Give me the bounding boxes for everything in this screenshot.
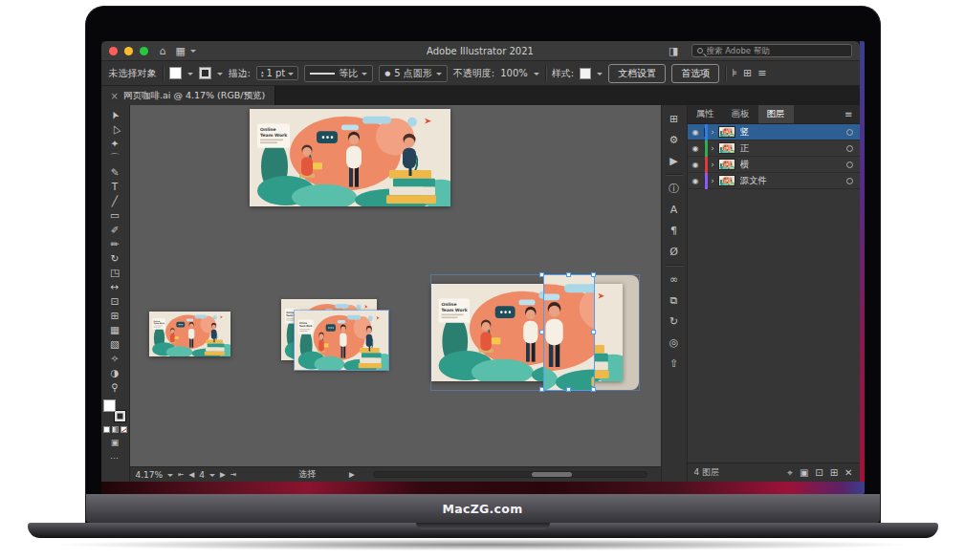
lasso-tool[interactable]: ⌒ bbox=[103, 151, 126, 165]
tab-layers[interactable]: 图层 bbox=[758, 105, 794, 123]
selection-handle[interactable] bbox=[591, 330, 596, 334]
toolbar-overflow-icon[interactable]: … bbox=[110, 451, 120, 461]
scale-tool[interactable]: ◳ bbox=[103, 266, 126, 280]
pencil-tool[interactable]: ✏ bbox=[103, 237, 126, 251]
artboard-3-front-panel[interactable] bbox=[295, 311, 388, 370]
visibility-eye-icon[interactable]: ◉ bbox=[688, 144, 705, 153]
selection-handle[interactable] bbox=[539, 330, 544, 334]
zoom-tool[interactable]: ⚲ bbox=[103, 380, 126, 395]
stroke-caret-icon[interactable] bbox=[217, 73, 223, 78]
fill-stroke-indicator[interactable] bbox=[103, 399, 126, 422]
artboard-3[interactable] bbox=[281, 299, 388, 373]
delete-layer-icon[interactable]: ✕ bbox=[844, 467, 852, 479]
zoom-caret-icon[interactable] bbox=[167, 474, 173, 480]
blend-tool[interactable]: ◑ bbox=[103, 366, 126, 380]
layer-row-shu[interactable]: ◉ › 竖 bbox=[688, 124, 860, 140]
export-panel-icon[interactable]: ⇧ bbox=[666, 355, 683, 371]
locate-object-icon[interactable]: ⌖ bbox=[787, 467, 793, 479]
artboard-number[interactable]: 4 bbox=[199, 470, 205, 480]
fill-caret-icon[interactable] bbox=[187, 73, 193, 78]
opacity-value[interactable]: 100% bbox=[500, 68, 528, 78]
info-panel-icon[interactable]: ⓘ bbox=[666, 181, 683, 196]
layer-thumbnail[interactable] bbox=[718, 175, 735, 186]
artboard-1[interactable] bbox=[250, 109, 450, 206]
canvas[interactable] bbox=[130, 105, 661, 466]
search-input[interactable] bbox=[707, 46, 846, 55]
artboard-2[interactable] bbox=[149, 312, 230, 356]
panel-menu-icon[interactable]: ≡ bbox=[838, 105, 859, 123]
home-icon[interactable]: ⌂ bbox=[160, 46, 166, 56]
expand-chevron-icon[interactable]: › bbox=[708, 127, 718, 137]
stroke-weight-caret-icon[interactable] bbox=[288, 73, 294, 78]
eyedropper-tool[interactable]: ✧ bbox=[103, 352, 126, 366]
layer-name[interactable]: 竖 bbox=[740, 126, 846, 139]
layer-thumbnail[interactable] bbox=[718, 126, 735, 138]
layer-name[interactable]: 源文件 bbox=[740, 175, 846, 187]
style-swatch[interactable] bbox=[580, 68, 591, 79]
paragraph-panel-icon[interactable]: ¶ bbox=[666, 223, 683, 238]
layer-target-circle[interactable] bbox=[846, 129, 853, 136]
attributes-panel-icon[interactable]: ◎ bbox=[666, 334, 683, 350]
stroke-weight-value[interactable]: 1 pt bbox=[266, 68, 285, 78]
next-artboard-icon[interactable]: ▶ bbox=[220, 470, 226, 479]
step-down-icon[interactable]: ▾ bbox=[261, 74, 264, 77]
fill-color-swatch[interactable] bbox=[169, 67, 182, 79]
status-play-icon[interactable]: ▶ bbox=[349, 470, 355, 479]
type-tool[interactable]: T bbox=[103, 180, 126, 194]
stroke-profile-dropdown[interactable]: 等比 bbox=[304, 65, 373, 82]
artboard-caret-icon[interactable] bbox=[209, 474, 215, 480]
new-layer-icon[interactable]: ⊞ bbox=[830, 467, 838, 479]
close-tab-icon[interactable]: × bbox=[111, 91, 119, 101]
fill-indicator-swatch[interactable] bbox=[103, 399, 116, 412]
help-search-field[interactable] bbox=[691, 44, 852, 57]
horizontal-scrollbar[interactable] bbox=[373, 471, 647, 478]
close-window-button[interactable] bbox=[109, 47, 118, 55]
tab-artboards[interactable]: 画板 bbox=[723, 105, 758, 123]
layer-target-circle[interactable] bbox=[846, 162, 853, 168]
layer-row-source[interactable]: ◉ › 源文件 bbox=[688, 173, 860, 189]
preferences-button[interactable]: 首选项 bbox=[671, 64, 719, 83]
artboards-panel-icon[interactable]: ⊞ bbox=[666, 111, 683, 126]
opacity-caret-icon[interactable] bbox=[534, 73, 539, 78]
layer-name[interactable]: 正 bbox=[740, 142, 846, 155]
line-segment-tool[interactable]: ╱ bbox=[103, 194, 126, 208]
new-sublayer-icon[interactable]: ⊡ bbox=[815, 467, 822, 479]
shape-builder-tool[interactable]: ⊞ bbox=[103, 309, 126, 323]
visibility-eye-icon[interactable]: ◉ bbox=[688, 161, 705, 169]
visibility-eye-icon[interactable]: ◉ bbox=[688, 128, 705, 137]
layout-switcher-icon[interactable]: ▦ bbox=[175, 46, 185, 56]
color-button[interactable] bbox=[103, 426, 110, 433]
visibility-eye-icon[interactable]: ◉ bbox=[688, 177, 705, 185]
tab-properties[interactable]: 属性 bbox=[688, 105, 723, 123]
brush-dropdown[interactable]: ● 5 点圆形 bbox=[379, 65, 448, 82]
minimize-window-button[interactable] bbox=[124, 47, 133, 55]
history-panel-icon[interactable]: ↻ bbox=[666, 313, 683, 329]
rotate-tool[interactable]: ↻ bbox=[103, 251, 126, 266]
width-tool[interactable]: ↔ bbox=[103, 280, 126, 294]
free-transform-tool[interactable]: ⊡ bbox=[103, 294, 126, 309]
layer-target-circle[interactable] bbox=[846, 178, 853, 184]
document-tab[interactable]: × 网页咖啡.ai @ 4.17% (RGB/预览) bbox=[101, 86, 276, 105]
selection-handle[interactable] bbox=[591, 387, 596, 392]
selection-handle[interactable] bbox=[539, 387, 544, 392]
appearance-panel-icon[interactable]: Ø bbox=[666, 244, 683, 259]
first-artboard-icon[interactable]: ⇤ bbox=[178, 470, 184, 479]
transform-panel-icon[interactable]: ⧉ bbox=[666, 292, 683, 308]
style-caret-icon[interactable] bbox=[597, 73, 603, 78]
mesh-tool[interactable]: ▦ bbox=[103, 323, 126, 337]
gradient-tool[interactable]: ▧ bbox=[103, 337, 126, 352]
expand-chevron-icon[interactable]: › bbox=[708, 143, 718, 153]
draw-mode-icon[interactable]: ▣ bbox=[111, 438, 120, 447]
layer-thumbnail[interactable] bbox=[718, 142, 735, 154]
layer-row-zheng[interactable]: ◉ › 正 bbox=[688, 140, 860, 157]
document-setup-button[interactable]: 文档设置 bbox=[608, 64, 666, 83]
actions-panel-icon[interactable]: ▶ bbox=[666, 153, 683, 168]
links-panel-icon[interactable]: ∞ bbox=[666, 271, 683, 287]
stroke-weight-stepper[interactable]: ▴▾ 1 pt bbox=[256, 66, 298, 80]
layer-target-circle[interactable] bbox=[846, 145, 853, 152]
selection-handle[interactable] bbox=[539, 272, 544, 277]
selection-handle[interactable] bbox=[591, 272, 596, 277]
layer-row-heng[interactable]: ◉ › 横 bbox=[688, 157, 860, 173]
previous-artboard-icon[interactable]: ◀ bbox=[188, 470, 194, 479]
workspace-menu-icon[interactable]: ≡ bbox=[757, 67, 766, 79]
